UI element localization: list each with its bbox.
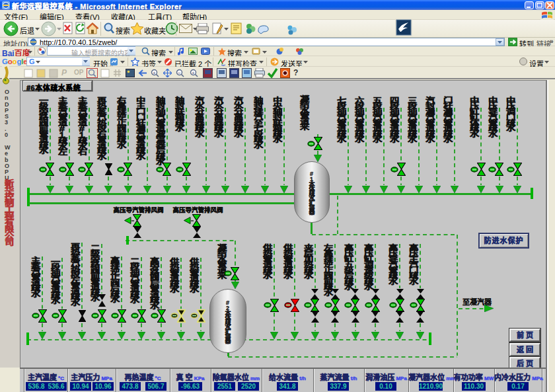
svg-text:−: − [178, 70, 181, 76]
svg-text:+: + [192, 70, 195, 76]
svg-text:+: + [153, 70, 156, 76]
